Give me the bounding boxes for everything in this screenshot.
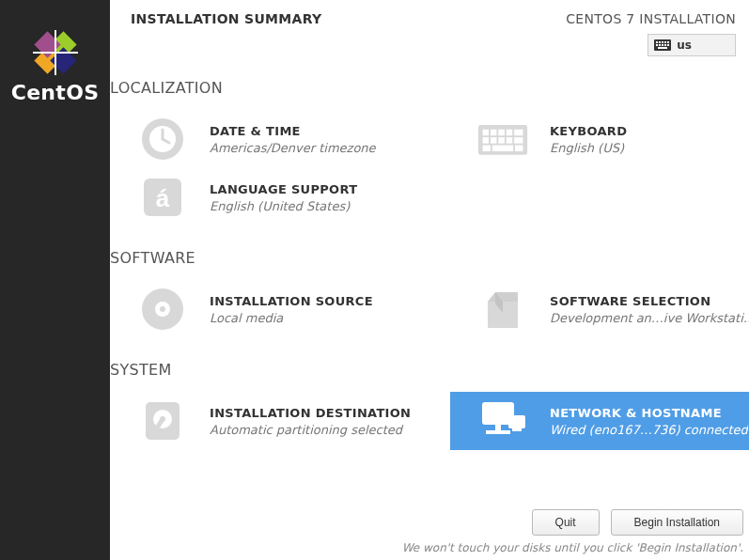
svg-rect-9 [662, 41, 663, 43]
spoke-label: INSTALLATION SOURCE [210, 294, 373, 308]
svg-rect-48 [512, 428, 522, 431]
network-icon [476, 395, 529, 447]
svg-rect-47 [508, 415, 525, 428]
section-localization: LOCALIZATION [110, 79, 749, 97]
spoke-keyboard[interactable]: KEYBOARDEnglish (US) [450, 110, 749, 168]
svg-rect-8 [659, 41, 661, 43]
keyboard-layout: us [677, 39, 692, 52]
spoke-value: Automatic partitioning selected [210, 423, 411, 437]
svg-text:á: á [156, 184, 170, 212]
svg-rect-46 [486, 430, 510, 434]
svg-rect-2 [34, 31, 60, 57]
svg-rect-10 [664, 41, 666, 43]
svg-rect-17 [658, 47, 667, 49]
spoke-value: Wired (eno167…736) connected [550, 423, 748, 437]
clock-icon [136, 113, 189, 165]
centos-logo-icon [21, 26, 90, 79]
svg-rect-3 [50, 47, 76, 73]
svg-rect-16 [667, 44, 669, 46]
sidebar: CentOS [0, 0, 110, 560]
spoke-value: Local media [210, 311, 373, 325]
svg-rect-7 [656, 41, 658, 43]
svg-rect-27 [514, 130, 523, 136]
svg-rect-26 [507, 130, 513, 136]
svg-rect-32 [514, 137, 523, 144]
svg-rect-15 [664, 44, 666, 46]
svg-rect-23 [483, 130, 490, 136]
content: LOCALIZATION DATE & TIMEAmericas/Denver … [110, 56, 749, 500]
section-system: SYSTEM [110, 361, 749, 379]
page-title: INSTALLATION SUMMARY [131, 11, 321, 56]
spoke-installation-destination[interactable]: INSTALLATION DESTINATIONAutomatic partit… [110, 392, 450, 450]
spoke-value: Americas/Denver timezone [210, 141, 376, 155]
svg-rect-25 [498, 130, 505, 136]
language-icon: á [136, 171, 189, 224]
header: INSTALLATION SUMMARY CENTOS 7 INSTALLATI… [110, 0, 749, 56]
spoke-label: NETWORK & HOSTNAME [550, 406, 748, 420]
keyboard-icon [654, 39, 671, 51]
section-software: SOFTWARE [110, 249, 749, 267]
keyboard-indicator[interactable]: us [648, 34, 736, 56]
svg-rect-28 [483, 137, 490, 144]
disc-icon [136, 283, 189, 335]
svg-rect-29 [491, 137, 497, 144]
installation-subtitle: CENTOS 7 INSTALLATION [566, 11, 736, 26]
svg-rect-12 [656, 44, 658, 46]
begin-installation-button[interactable]: Begin Installation [611, 509, 743, 536]
hard-drive-icon [136, 395, 189, 447]
spoke-label: DATE & TIME [210, 124, 376, 138]
spoke-installation-source[interactable]: INSTALLATION SOURCELocal media [110, 280, 450, 338]
svg-rect-30 [498, 137, 505, 144]
package-icon [476, 283, 529, 335]
spoke-date-time[interactable]: DATE & TIMEAmericas/Denver timezone [110, 110, 450, 168]
svg-rect-14 [662, 44, 663, 46]
keyboard-large-icon [476, 113, 529, 165]
svg-rect-33 [483, 146, 491, 152]
svg-rect-13 [659, 44, 661, 46]
spoke-label: SOFTWARE SELECTION [550, 294, 749, 308]
spoke-label: INSTALLATION DESTINATION [210, 406, 411, 420]
svg-rect-45 [495, 425, 501, 430]
svg-point-40 [160, 306, 165, 312]
quit-button[interactable]: Quit [532, 509, 600, 536]
main-panel: INSTALLATION SUMMARY CENTOS 7 INSTALLATI… [110, 0, 749, 560]
svg-rect-31 [507, 137, 513, 144]
spoke-network-hostname[interactable]: NETWORK & HOSTNAMEWired (eno167…736) con… [450, 392, 749, 450]
svg-rect-34 [492, 146, 513, 152]
spoke-label: LANGUAGE SUPPORT [210, 182, 357, 196]
spoke-value: English (United States) [210, 199, 357, 213]
spoke-software-selection[interactable]: SOFTWARE SELECTIONDevelopment an…ive Wor… [450, 280, 749, 338]
svg-rect-35 [515, 146, 523, 152]
svg-rect-24 [491, 130, 497, 136]
spoke-value: English (US) [550, 141, 627, 155]
disk-warning-note: We won't touch your disks until you clic… [110, 541, 743, 554]
footer: Quit Begin Installation We won't touch y… [110, 500, 749, 560]
spoke-language-support[interactable]: á LANGUAGE SUPPORTEnglish (United States… [110, 168, 450, 226]
spoke-label: KEYBOARD [550, 124, 627, 138]
brand-text: CentOS [11, 81, 100, 104]
spoke-value: Development an…ive Workstation [550, 311, 749, 325]
svg-rect-11 [667, 41, 669, 43]
